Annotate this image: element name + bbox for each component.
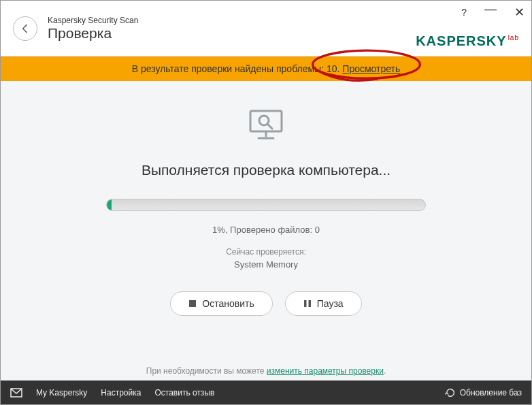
- stop-icon: [188, 299, 197, 308]
- close-button[interactable]: ✕: [514, 5, 525, 20]
- settings-link[interactable]: Настройка: [101, 388, 141, 398]
- progress-bar: [106, 199, 426, 211]
- arrow-left-icon: [20, 23, 31, 34]
- refresh-icon: [445, 387, 456, 398]
- my-kaspersky-link[interactable]: My Kaspersky: [36, 388, 87, 398]
- minimize-button[interactable]: —: [484, 2, 497, 16]
- feedback-link[interactable]: Оставить отзыв: [154, 388, 214, 398]
- app-name: Kaspersky Security Scan: [48, 16, 138, 25]
- bottom-bar: My Kaspersky Настройка Оставить отзыв Об…: [1, 380, 531, 404]
- pause-button-label: Пауза: [317, 298, 344, 309]
- back-button[interactable]: [13, 16, 37, 41]
- svg-rect-1: [250, 111, 282, 131]
- scan-status-text: Выполняется проверка компьютера...: [142, 162, 390, 178]
- pause-icon: [303, 299, 312, 308]
- update-db-label: Обновление баз: [460, 388, 522, 398]
- pause-button[interactable]: Пауза: [285, 291, 362, 316]
- svg-rect-7: [304, 300, 307, 307]
- stop-button[interactable]: Остановить: [170, 291, 272, 316]
- alert-view-link[interactable]: Просмотреть: [342, 63, 400, 74]
- progress-text: 1%, Проверено файлов: 0: [212, 225, 320, 235]
- alert-text: В результате проверки найдены проблемы:: [132, 63, 327, 74]
- footer-note: При необходимости вы можете изменить пар…: [146, 366, 386, 376]
- update-db-button[interactable]: Обновление баз: [445, 387, 522, 398]
- svg-line-3: [267, 124, 272, 129]
- svg-rect-6: [189, 300, 196, 307]
- mail-icon[interactable]: [10, 388, 22, 398]
- stop-button-label: Остановить: [202, 298, 254, 309]
- svg-rect-8: [308, 300, 311, 307]
- current-scan-item: System Memory: [234, 259, 298, 270]
- page-title: Проверка: [48, 25, 138, 42]
- change-settings-link[interactable]: изменить параметры проверки: [267, 366, 384, 376]
- help-button[interactable]: ?: [461, 7, 467, 18]
- brand-logo: KASPERSKYlab: [416, 33, 519, 49]
- progress-fill: [107, 199, 112, 210]
- alert-count: 10: [327, 63, 337, 74]
- alert-bar: В результате проверки найдены проблемы: …: [1, 56, 531, 81]
- title-bar: Kaspersky Security Scan Проверка ? — ✕ K…: [1, 1, 531, 56]
- current-scan-label: Сейчас проверяется:: [226, 247, 306, 257]
- scan-monitor-icon: [248, 108, 284, 145]
- main-panel: Выполняется проверка компьютера... 1%, П…: [1, 81, 531, 385]
